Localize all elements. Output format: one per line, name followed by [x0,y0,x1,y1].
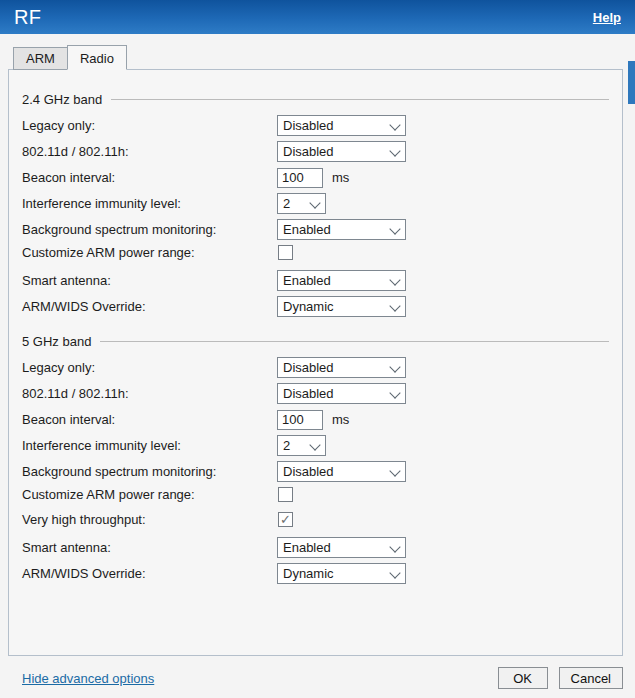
form-row: Interference immunity level:2 [22,435,609,456]
form-row: Beacon interval:ms [22,409,609,430]
interference-immunity-level-5-label: Interference immunity level: [22,438,277,453]
form-row: Legacy only:Disabled [22,357,609,378]
selected-value: Enabled [283,540,331,555]
chevron-down-icon [310,199,320,209]
footer: Hide advanced options OK Cancel [22,666,623,690]
form-row: ARM/WIDS Override:Dynamic [22,563,609,584]
beacon-interval-5-label: Beacon interval: [22,412,277,427]
form-row: Legacy only:Disabled [22,115,609,136]
80211d-80211h-5-select[interactable]: Disabled [277,383,406,404]
arm-wids-override-5-label: ARM/WIDS Override: [22,566,277,581]
titlebar: RF Help [0,0,635,34]
selected-value: Disabled [283,118,334,133]
chevron-down-icon [390,467,400,477]
tabbar: ARM Radio [0,44,635,69]
arm-wids-override-24-label: ARM/WIDS Override: [22,299,277,314]
cancel-button[interactable]: Cancel [559,667,623,689]
form-row: ARM/WIDS Override:Dynamic [22,296,609,317]
customize-arm-power-range-5-checkbox[interactable]: ✓ [278,487,293,502]
footer-buttons: OK Cancel [498,667,623,689]
section-divider-line [100,341,609,342]
chevron-down-icon [390,363,400,373]
chevron-down-icon [390,276,400,286]
section-header: 2.4 GHz band [22,92,609,107]
selected-value: Dynamic [283,566,334,581]
background-spectrum-monitoring-5-label: Background spectrum monitoring: [22,464,277,479]
settings-section: 2.4 GHz bandLegacy only:Disabled802.11d … [22,92,609,317]
chevron-down-icon [390,121,400,131]
very-high-throughput-5-checkbox[interactable]: ✓ [278,512,293,527]
arm-wids-override-5-select[interactable]: Dynamic [277,563,406,584]
section-title: 5 GHz band [22,334,91,349]
form-row: 802.11d / 802.11h:Disabled [22,141,609,162]
selected-value: Disabled [283,464,334,479]
section-divider-line [111,99,609,100]
form-row: 802.11d / 802.11h:Disabled [22,383,609,404]
chevron-down-icon [390,389,400,399]
section-title: 2.4 GHz band [22,92,102,107]
form-row: Background spectrum monitoring:Disabled [22,461,609,482]
form-row: Background spectrum monitoring:Enabled [22,219,609,240]
tab-radio[interactable]: Radio [67,45,127,70]
form-sections: 2.4 GHz bandLegacy only:Disabled802.11d … [22,92,609,584]
form-row: Beacon interval:ms [22,167,609,188]
checkmark-icon: ✓ [280,513,291,526]
chevron-down-icon [310,441,320,451]
smart-antenna-5-label: Smart antenna: [22,540,277,555]
beacon-interval-24-unit-label: ms [332,170,349,185]
rf-settings-dialog: RF Help ARM Radio 2.4 GHz bandLegacy onl… [0,0,635,698]
chevron-down-icon [390,543,400,553]
legacy-only-5-select[interactable]: Disabled [277,357,406,378]
beacon-interval-24-label: Beacon interval: [22,170,277,185]
selected-value: Disabled [283,144,334,159]
dialog-title: RF [14,6,41,29]
form-row: Customize ARM power range:✓ [22,245,609,260]
smart-antenna-24-select[interactable]: Enabled [277,270,406,291]
hide-advanced-options-link[interactable]: Hide advanced options [22,671,154,686]
customize-arm-power-range-24-label: Customize ARM power range: [22,245,277,260]
form-row: Interference immunity level:2 [22,193,609,214]
selected-value: Disabled [283,360,334,375]
arm-wids-override-24-select[interactable]: Dynamic [277,296,406,317]
ok-button[interactable]: OK [498,667,548,689]
80211d-80211h-24-label: 802.11d / 802.11h: [22,144,277,159]
80211d-80211h-24-select[interactable]: Disabled [277,141,406,162]
selected-value: Disabled [283,386,334,401]
interference-immunity-level-5-select[interactable]: 2 [277,435,326,456]
legacy-only-24-label: Legacy only: [22,118,277,133]
selected-value: Dynamic [283,299,334,314]
legacy-only-5-label: Legacy only: [22,360,277,375]
chevron-down-icon [390,569,400,579]
beacon-interval-5-input[interactable] [277,410,323,430]
very-high-throughput-5-label: Very high throughput: [22,512,277,527]
form-row: Very high throughput:✓ [22,512,609,527]
section-header: 5 GHz band [22,334,609,349]
80211d-80211h-5-label: 802.11d / 802.11h: [22,386,277,401]
selected-value: Enabled [283,273,331,288]
interference-immunity-level-24-label: Interference immunity level: [22,196,277,211]
background-spectrum-monitoring-24-select[interactable]: Enabled [277,219,406,240]
background-spectrum-monitoring-24-label: Background spectrum monitoring: [22,222,277,237]
legacy-only-24-select[interactable]: Disabled [277,115,406,136]
customize-arm-power-range-5-label: Customize ARM power range: [22,487,277,502]
smart-antenna-5-select[interactable]: Enabled [277,537,406,558]
form-row: Smart antenna:Enabled [22,270,609,291]
selected-value: 2 [283,438,290,453]
settings-section: 5 GHz bandLegacy only:Disabled802.11d / … [22,334,609,584]
help-link[interactable]: Help [593,10,621,25]
form-row: Smart antenna:Enabled [22,537,609,558]
beacon-interval-24-input[interactable] [277,168,323,188]
selected-value: 2 [283,196,290,211]
chevron-down-icon [390,147,400,157]
selected-value: Enabled [283,222,331,237]
smart-antenna-24-label: Smart antenna: [22,273,277,288]
form-row: Customize ARM power range:✓ [22,487,609,502]
beacon-interval-5-unit-label: ms [332,412,349,427]
interference-immunity-level-24-select[interactable]: 2 [277,193,326,214]
chevron-down-icon [390,302,400,312]
chevron-down-icon [390,225,400,235]
settings-panel: 2.4 GHz bandLegacy only:Disabled802.11d … [8,69,623,656]
background-spectrum-monitoring-5-select[interactable]: Disabled [277,461,406,482]
tab-arm[interactable]: ARM [13,47,68,70]
customize-arm-power-range-24-checkbox[interactable]: ✓ [278,245,293,260]
